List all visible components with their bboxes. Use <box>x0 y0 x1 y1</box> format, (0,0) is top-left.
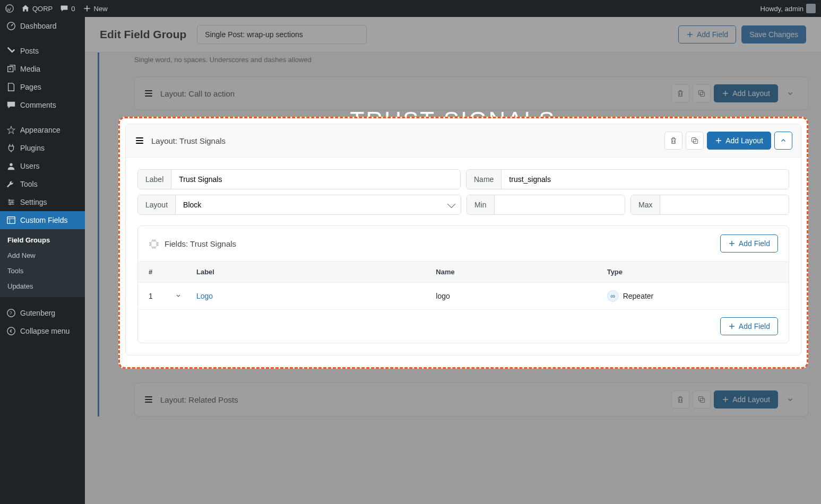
max-field-label: Max <box>631 195 660 214</box>
collapse-toggle[interactable] <box>774 132 792 150</box>
admin-bar: QORP 0 New Howdy, admin <box>0 0 821 17</box>
svg-point-3 <box>10 163 12 166</box>
layout-trust-title: Layout: Trust Signals <box>151 136 226 145</box>
sidebar-item-settings[interactable]: Settings <box>0 193 85 211</box>
sidebar-item-plugins[interactable]: Plugins <box>0 139 85 157</box>
comments-count[interactable]: 0 <box>60 4 75 13</box>
field-type: Repeater <box>623 292 654 300</box>
fields-icon <box>149 238 159 249</box>
sidebar-item-posts[interactable]: Posts <box>0 42 85 60</box>
sidebar-item-custom-fields[interactable]: Custom Fields <box>0 211 85 229</box>
svg-point-2 <box>10 68 11 70</box>
layout-select[interactable] <box>176 195 461 214</box>
sidebar-item-appearance[interactable]: Appearance <box>0 121 85 139</box>
field-order: 1 <box>149 292 175 300</box>
wp-logo[interactable] <box>5 4 14 13</box>
label-input[interactable] <box>171 170 460 189</box>
avatar-icon <box>806 4 816 13</box>
name-input[interactable] <box>502 170 789 189</box>
label-field-label: Label <box>138 170 171 189</box>
add-layout-button[interactable]: Add Layout <box>707 132 771 150</box>
chevron-down-icon[interactable] <box>175 292 182 299</box>
svg-rect-13 <box>136 140 143 141</box>
submenu-add-new[interactable]: Add New <box>0 248 85 263</box>
max-input[interactable] <box>660 195 789 214</box>
field-name: logo <box>436 292 607 300</box>
field-row[interactable]: 1 Logo logo ∞Repeater <box>138 283 789 310</box>
fields-title: Fields: Trust Signals <box>165 239 236 248</box>
name-field-label: Name <box>466 170 502 189</box>
fields-panel: Fields: Trust Signals Add Field # Label … <box>137 225 789 343</box>
field-label-link[interactable]: Logo <box>196 292 213 300</box>
sidebar-item-gutenberg[interactable]: Gutenberg <box>0 304 85 322</box>
sidebar-item-dashboard[interactable]: Dashboard <box>0 17 85 35</box>
drag-handle-icon[interactable] <box>134 135 145 146</box>
new-content[interactable]: New <box>83 4 108 13</box>
custom-fields-submenu: Field Groups Add New Tools Updates <box>0 229 85 297</box>
layout-field-label: Layout <box>138 195 176 214</box>
submenu-field-groups[interactable]: Field Groups <box>0 232 85 248</box>
fields-table-header: # Label Name Type <box>138 261 789 283</box>
add-field-button-footer[interactable]: Add Field <box>720 317 778 335</box>
min-input[interactable] <box>495 195 625 214</box>
site-name[interactable]: QORP <box>21 4 53 13</box>
min-field-label: Min <box>467 195 495 214</box>
delete-layout-button[interactable] <box>664 132 682 150</box>
layout-trust-card: Layout: Trust Signals Add Layout <box>125 124 801 355</box>
sidebar-item-tools[interactable]: Tools <box>0 175 85 193</box>
svg-rect-14 <box>136 143 143 144</box>
submenu-tools[interactable]: Tools <box>0 263 85 279</box>
sidebar-item-users[interactable]: Users <box>0 157 85 175</box>
collapse-menu[interactable]: Collapse menu <box>0 322 85 340</box>
repeater-icon: ∞ <box>607 290 619 302</box>
sidebar-item-media[interactable]: Media <box>0 60 85 78</box>
svg-point-6 <box>7 327 15 335</box>
svg-rect-4 <box>7 217 15 224</box>
svg-rect-15 <box>692 137 696 142</box>
howdy-user[interactable]: Howdy, admin <box>760 4 816 13</box>
svg-rect-12 <box>136 137 143 138</box>
sidebar-item-comments[interactable]: Comments <box>0 96 85 114</box>
svg-rect-16 <box>694 140 698 144</box>
add-field-button-inner[interactable]: Add Field <box>720 234 778 253</box>
submenu-updates[interactable]: Updates <box>0 279 85 294</box>
highlight-annotation: Layout: Trust Signals Add Layout <box>118 117 808 369</box>
duplicate-layout-button[interactable] <box>686 132 704 150</box>
sidebar-item-pages[interactable]: Pages <box>0 78 85 96</box>
admin-sidebar: Dashboard Posts Media Pages Comments App… <box>0 17 85 504</box>
main-content: TRUST SIGNALS Edit Field Group Add Field… <box>85 17 821 504</box>
